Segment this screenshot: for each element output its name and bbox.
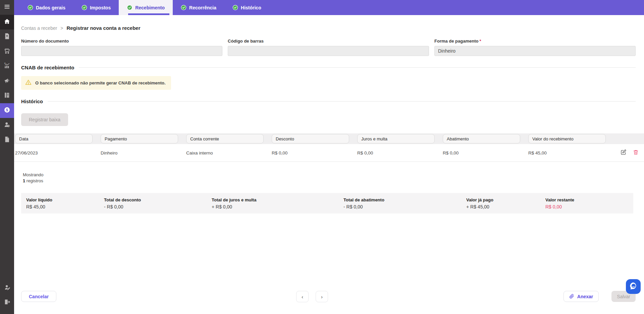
field-label: Número do documento bbox=[21, 39, 222, 44]
attach-button-label: Anexar bbox=[577, 294, 593, 299]
sidebar-item-new-document[interactable] bbox=[0, 29, 14, 44]
records-count: Mostrando 1 registros bbox=[23, 172, 644, 184]
cell-juros-multa: R$ 0,00 bbox=[357, 150, 443, 155]
file-plus-icon bbox=[4, 33, 10, 41]
column-header-juros-multa[interactable]: Juros e multa bbox=[357, 134, 435, 143]
page-title: Registrar nova conta a receber bbox=[66, 25, 140, 31]
section-divider bbox=[79, 67, 636, 68]
check-circle-icon bbox=[127, 5, 132, 10]
payment-form-row: Número do documento Código de barras For… bbox=[14, 31, 644, 56]
wizard-tab-bar: Dados gerais Impostos Recebimento Recorr… bbox=[14, 0, 644, 15]
chat-bubble-icon bbox=[629, 281, 638, 292]
breadcrumb-separator: > bbox=[60, 25, 63, 31]
field-label: Forma de pagamento* bbox=[434, 39, 636, 44]
tab-historico[interactable]: Histórico bbox=[224, 0, 269, 15]
table-header-row: Data Pagamento Conta corrente Desconto J… bbox=[14, 133, 644, 144]
column-header-valor-recebimento[interactable]: Valor do recebimento bbox=[528, 134, 606, 143]
prev-page-button[interactable]: ‹ bbox=[296, 291, 309, 302]
column-header-pagamento[interactable]: Pagamento bbox=[101, 134, 178, 143]
check-circle-icon bbox=[181, 5, 186, 10]
cell-abatimento: R$ 0,00 bbox=[443, 150, 528, 155]
field-codigo-barras: Código de barras bbox=[228, 39, 429, 56]
column-header-conta-corrente[interactable]: Conta corrente bbox=[186, 134, 264, 143]
historico-section: Histórico Registrar baixa bbox=[21, 99, 636, 126]
registrar-baixa-button[interactable]: Registrar baixa bbox=[21, 113, 68, 126]
app-root: $ $ $ bbox=[0, 0, 644, 314]
tab-label: Dados gerais bbox=[36, 5, 65, 10]
tab-label: Recebimento bbox=[135, 5, 165, 10]
sidebar-item-customer-dollar[interactable]: $ bbox=[0, 118, 14, 133]
megaphone-icon bbox=[4, 77, 10, 85]
main-content: Contas a receber > Registrar nova conta … bbox=[14, 15, 644, 314]
tab-label: Recorrência bbox=[189, 5, 216, 10]
summary-total-abatimento: Total de abatimento - R$ 0,00 bbox=[343, 197, 466, 209]
cnab-section-title: CNAB de recebimento bbox=[21, 65, 74, 70]
paperclip-icon bbox=[569, 294, 574, 300]
summary-total-desconto: Total de desconto - R$ 0,00 bbox=[104, 197, 212, 209]
barcode-input[interactable] bbox=[228, 46, 429, 56]
field-numero-documento: Número do documento bbox=[21, 39, 222, 56]
sidebar-item-home[interactable] bbox=[0, 15, 14, 29]
tab-recebimento[interactable]: Recebimento bbox=[119, 0, 173, 15]
chat-widget-button[interactable] bbox=[626, 279, 641, 294]
required-asterisk: * bbox=[479, 39, 481, 44]
warning-text: O banco selecionado não permite gerar CN… bbox=[35, 80, 166, 85]
tab-recorrencia[interactable]: Recorrência bbox=[173, 0, 224, 15]
sidebar-item-financial[interactable]: $ bbox=[0, 103, 14, 118]
breadcrumb-parent[interactable]: Contas a receber bbox=[21, 25, 57, 31]
next-page-button[interactable]: › bbox=[316, 291, 328, 302]
dollar-circle-icon: $ bbox=[4, 107, 10, 115]
cell-conta-corrente: Caixa interno bbox=[186, 150, 272, 155]
payment-method-input[interactable] bbox=[434, 46, 636, 56]
sidebar-item-shopping-cart[interactable] bbox=[0, 44, 14, 59]
tab-dados-gerais[interactable]: Dados gerais bbox=[19, 0, 73, 15]
attach-button[interactable]: Anexar bbox=[564, 291, 599, 302]
cell-desconto: R$ 0,00 bbox=[272, 150, 357, 155]
summary-valor-restante: Valor restante R$ 0,00 bbox=[545, 197, 633, 209]
tab-label: Histórico bbox=[241, 5, 261, 10]
table-row: 27/06/2023 Dinheiro Caixa interno R$ 0,0… bbox=[14, 144, 644, 162]
person-edit-icon bbox=[4, 284, 10, 292]
totals-summary-bar: Valor líquido R$ 45,00 Total de desconto… bbox=[21, 193, 633, 213]
records-count-number: 1 bbox=[23, 178, 25, 183]
column-header-desconto[interactable]: Desconto bbox=[272, 134, 349, 143]
cell-pagamento: Dinheiro bbox=[101, 150, 186, 155]
document-number-input[interactable] bbox=[21, 46, 222, 56]
breadcrumb: Contas a receber > Registrar nova conta … bbox=[14, 15, 644, 31]
warning-triangle-icon bbox=[25, 79, 32, 87]
recebimentos-table: Data Pagamento Conta corrente Desconto J… bbox=[14, 133, 644, 162]
chart-dollar-icon: $ bbox=[4, 62, 10, 70]
hamburger-icon bbox=[4, 3, 10, 11]
summary-total-juros-multa: Total de juros e multa + R$ 0,00 bbox=[212, 197, 343, 209]
files-icon bbox=[4, 92, 10, 100]
column-header-data[interactable]: Data bbox=[15, 134, 93, 143]
sidebar: $ $ $ bbox=[0, 0, 14, 314]
sidebar-item-sales-chart[interactable]: $ bbox=[0, 59, 14, 74]
sidebar-item-megaphone[interactable] bbox=[0, 74, 14, 88]
tab-label: Impostos bbox=[90, 5, 111, 10]
hamburger-menu-button[interactable] bbox=[0, 0, 14, 15]
historico-section-title: Histórico bbox=[21, 99, 43, 104]
tab-impostos[interactable]: Impostos bbox=[73, 0, 119, 15]
field-label: Código de barras bbox=[228, 39, 429, 44]
summary-valor-ja-pago: Valor já pago + R$ 45,00 bbox=[466, 197, 545, 209]
sidebar-item-logout[interactable] bbox=[0, 295, 14, 310]
svg-text:$: $ bbox=[6, 108, 8, 112]
cart-icon bbox=[4, 48, 10, 56]
records-count-suffix: registros bbox=[26, 178, 43, 183]
svg-text:$: $ bbox=[4, 62, 6, 64]
check-circle-icon bbox=[28, 5, 33, 10]
logout-icon bbox=[4, 299, 10, 307]
delete-row-icon[interactable] bbox=[633, 149, 639, 156]
cancel-button[interactable]: Cancelar bbox=[21, 291, 56, 302]
edit-row-icon[interactable] bbox=[620, 149, 627, 157]
section-divider bbox=[48, 101, 636, 102]
sidebar-item-files[interactable] bbox=[0, 88, 14, 103]
row-actions bbox=[614, 149, 644, 157]
home-icon bbox=[4, 18, 10, 26]
column-header-abatimento[interactable]: Abatimento bbox=[443, 134, 520, 143]
check-circle-icon bbox=[232, 5, 238, 10]
sidebar-item-document[interactable] bbox=[0, 133, 14, 147]
sidebar-item-profile[interactable] bbox=[0, 280, 14, 295]
cnab-section: CNAB de recebimento O banco selecionado … bbox=[21, 65, 636, 90]
